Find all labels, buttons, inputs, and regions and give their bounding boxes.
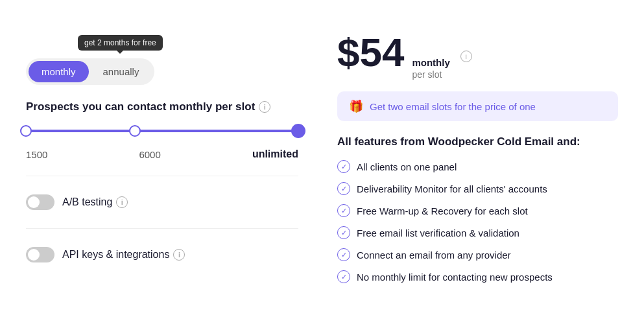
feature-text-4: Connect an email from any provider xyxy=(357,250,511,261)
check-icon-1: ✓ xyxy=(337,182,350,195)
feature-item: ✓ Deliverability Monitor for all clients… xyxy=(337,182,618,195)
api-keys-info-icon[interactable]: i xyxy=(173,249,185,261)
promo-banner: 🎁 Get two email slots for the price of o… xyxy=(337,91,618,121)
slider-thumb-right[interactable] xyxy=(291,124,305,138)
divider-2 xyxy=(26,228,298,229)
price-row: $54 monthly per slot i xyxy=(337,32,618,80)
ab-testing-switch[interactable] xyxy=(26,194,54,210)
api-keys-switch-thumb xyxy=(28,249,40,261)
ab-testing-toggle: A/B testing i xyxy=(26,192,298,213)
divider-1 xyxy=(26,176,298,176)
feature-text-5: No monthly limit for contacting new pros… xyxy=(357,272,553,283)
slider-info-icon[interactable]: i xyxy=(259,101,270,113)
slider-track xyxy=(26,130,298,132)
feature-list: ✓ All clients on one panel ✓ Deliverabil… xyxy=(337,160,618,283)
right-panel: $54 monthly per slot i 🎁 Get two email s… xyxy=(337,19,618,307)
gift-icon: 🎁 xyxy=(349,99,363,113)
slider-label-1500: 1500 xyxy=(26,149,47,160)
annually-toggle-btn[interactable]: annually xyxy=(90,61,152,82)
feature-item: ✓ No monthly limit for contacting new pr… xyxy=(337,270,618,283)
feature-item: ✓ All clients on one panel xyxy=(337,160,618,173)
slider-thumb-middle[interactable] xyxy=(129,125,141,137)
slider-fill xyxy=(26,130,298,132)
slider-label-6000: 6000 xyxy=(139,149,160,160)
price-amount: $54 xyxy=(337,32,404,73)
feature-item: ✓ Free Warm-up & Recovery for each slot xyxy=(337,204,618,217)
feature-item: ✓ Free email list verification & validat… xyxy=(337,226,618,239)
feature-item: ✓ Connect an email from any provider xyxy=(337,248,618,261)
main-container: get 2 months for free monthly annually P… xyxy=(0,0,644,326)
check-icon-4: ✓ xyxy=(337,248,350,261)
api-keys-label: API keys & integrations i xyxy=(62,249,185,261)
billing-toggle-wrapper: get 2 months for free monthly annually xyxy=(26,58,298,85)
price-details: monthly per slot xyxy=(412,57,449,80)
ab-testing-info-icon[interactable]: i xyxy=(116,196,128,208)
features-heading: All features from Woodpecker Cold Email … xyxy=(337,135,618,148)
slider-label-unlimited: unlimited xyxy=(252,148,298,160)
ab-testing-switch-thumb xyxy=(28,196,40,208)
ab-testing-label: A/B testing i xyxy=(62,196,128,208)
slider-labels: 1500 6000 unlimited xyxy=(26,148,298,160)
check-icon-5: ✓ xyxy=(337,270,350,283)
toggle-buttons: monthly annually xyxy=(26,58,154,85)
check-icon-0: ✓ xyxy=(337,160,350,173)
api-keys-toggle: API keys & integrations i xyxy=(26,244,298,265)
api-keys-switch[interactable] xyxy=(26,247,54,262)
feature-text-3: Free email list verification & validatio… xyxy=(357,227,519,239)
tooltip-bubble: get 2 months for free xyxy=(78,35,163,51)
price-info-icon[interactable]: i xyxy=(460,51,472,62)
price-period: monthly xyxy=(412,57,449,68)
check-icon-3: ✓ xyxy=(337,226,350,239)
slider-track-wrapper[interactable] xyxy=(26,121,298,141)
price-per-slot: per slot xyxy=(412,69,449,80)
monthly-toggle-btn[interactable]: monthly xyxy=(29,61,89,82)
slider-title: Prospects you can contact monthly per sl… xyxy=(26,100,298,113)
check-icon-2: ✓ xyxy=(337,204,350,217)
feature-text-2: Free Warm-up & Recovery for each slot xyxy=(357,205,528,216)
left-panel: get 2 months for free monthly annually P… xyxy=(26,19,298,307)
feature-text-1: Deliverability Monitor for all clients' … xyxy=(357,183,547,194)
feature-text-0: All clients on one panel xyxy=(357,161,457,172)
slider-thumb-left[interactable] xyxy=(20,125,32,137)
slider-section: Prospects you can contact monthly per sl… xyxy=(26,100,298,160)
promo-text: Get two email slots for the price of one xyxy=(370,101,536,112)
